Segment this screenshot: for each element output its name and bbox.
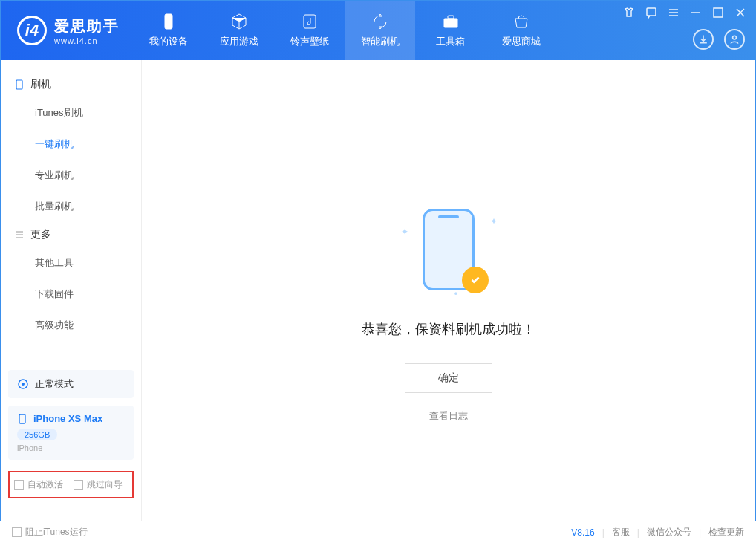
- store-icon: [512, 13, 530, 30]
- sidebar-item-batch-flash[interactable]: 批量刷机: [1, 191, 141, 222]
- cube-icon: [230, 13, 248, 30]
- music-icon: [301, 13, 319, 30]
- sparkle-icon: ✦: [490, 216, 498, 227]
- window-controls: [623, 7, 746, 19]
- checkbox-icon: [12, 527, 22, 537]
- checkbox-block-itunes[interactable]: 阻止iTunes运行: [12, 526, 88, 539]
- tab-label: 智能刷机: [361, 35, 400, 48]
- main-content: ✦ ✦ • 恭喜您，保资料刷机成功啦！ 确定 查看日志: [142, 60, 755, 521]
- sidebar: 刷机 iTunes刷机 一键刷机 专业刷机 批量刷机 更多 其他工具 下载固件 …: [1, 60, 142, 521]
- menu-icon[interactable]: [668, 7, 680, 19]
- svg-rect-3: [448, 16, 454, 19]
- user-icon[interactable]: [724, 29, 745, 50]
- checkbox-skip-guide[interactable]: 跳过向导: [74, 478, 123, 491]
- success-message: 恭喜您，保资料刷机成功啦！: [362, 320, 535, 338]
- svg-rect-5: [714, 8, 723, 17]
- sparkle-icon: •: [454, 289, 457, 299]
- confirm-button[interactable]: 确定: [405, 363, 492, 393]
- view-log-link[interactable]: 查看日志: [429, 409, 468, 423]
- sidebar-section-more: 更多: [1, 222, 141, 247]
- tab-apps[interactable]: 应用游戏: [203, 1, 274, 60]
- checkbox-auto-activate[interactable]: 自动激活: [14, 478, 63, 491]
- phone-icon: [17, 414, 27, 424]
- tab-toolbox[interactable]: 工具箱: [415, 1, 486, 60]
- mode-icon: [17, 378, 29, 390]
- logo-icon: i4: [17, 16, 47, 45]
- tab-store[interactable]: 爱思商城: [486, 1, 556, 60]
- phone-icon: [14, 79, 25, 90]
- feedback-icon[interactable]: [645, 7, 657, 19]
- checkbox-icon: [14, 480, 24, 490]
- device-panel: 正常模式 iPhone XS Max 256GB iPhone: [8, 370, 134, 460]
- status-bar: 阻止iTunes运行 V8.16 | 客服 | 微信公众号 | 检查更新: [0, 521, 756, 543]
- tab-label: 铃声壁纸: [290, 35, 329, 48]
- header-right-icons: [693, 29, 745, 50]
- checkbox-icon: [74, 480, 83, 490]
- minimize-icon[interactable]: [690, 7, 702, 19]
- logo: i4 爱思助手 www.i4.cn: [1, 16, 133, 45]
- svg-point-6: [733, 36, 737, 39]
- app-header: i4 爱思助手 www.i4.cn 我的设备 应用游戏 铃声壁纸 智能刷机 工具…: [1, 1, 755, 60]
- sidebar-item-advanced[interactable]: 高级功能: [1, 310, 141, 341]
- tab-ringtones[interactable]: 铃声壁纸: [274, 1, 345, 60]
- close-icon[interactable]: [734, 7, 746, 19]
- device-name-text: iPhone XS Max: [33, 413, 102, 424]
- maximize-icon[interactable]: [712, 7, 724, 19]
- wechat-link[interactable]: 微信公众号: [647, 526, 691, 539]
- sidebar-item-download-firmware[interactable]: 下载固件: [1, 279, 141, 310]
- support-link[interactable]: 客服: [612, 526, 630, 539]
- brand-url: www.i4.cn: [54, 36, 120, 45]
- tab-device[interactable]: 我的设备: [133, 1, 203, 60]
- sidebar-item-other-tools[interactable]: 其他工具: [1, 247, 141, 279]
- sidebar-section-flash: 刷机: [1, 72, 141, 97]
- device-icon: [160, 13, 177, 30]
- svg-rect-0: [165, 14, 172, 29]
- tab-label: 工具箱: [436, 35, 465, 48]
- sidebar-item-pro-flash[interactable]: 专业刷机: [1, 160, 141, 191]
- check-update-link[interactable]: 检查更新: [708, 526, 744, 539]
- device-type: iPhone: [17, 443, 125, 452]
- device-storage: 256GB: [17, 429, 57, 440]
- toolbox-icon: [442, 13, 460, 30]
- svg-rect-10: [19, 414, 25, 423]
- sidebar-item-itunes-flash[interactable]: iTunes刷机: [1, 97, 141, 129]
- highlighted-options: 自动激活 跳过向导: [8, 471, 134, 498]
- list-icon: [14, 230, 25, 240]
- device-mode[interactable]: 正常模式: [8, 370, 134, 398]
- sparkle-icon: ✦: [401, 227, 408, 237]
- refresh-icon: [371, 13, 389, 30]
- tab-label: 应用游戏: [220, 35, 258, 48]
- sidebar-item-oneclick-flash[interactable]: 一键刷机: [1, 129, 141, 160]
- tab-flash[interactable]: 智能刷机: [345, 1, 415, 60]
- svg-rect-2: [444, 19, 457, 27]
- version-label: V8.16: [571, 527, 594, 538]
- svg-rect-4: [647, 8, 656, 16]
- brand-name: 爱思助手: [54, 16, 120, 36]
- device-info[interactable]: iPhone XS Max 256GB iPhone: [8, 406, 134, 460]
- main-tabs: 我的设备 应用游戏 铃声壁纸 智能刷机 工具箱 爱思商城: [133, 1, 556, 60]
- svg-rect-1: [304, 15, 316, 28]
- svg-point-9: [22, 383, 25, 386]
- check-badge-icon: [462, 267, 489, 293]
- tshirt-icon[interactable]: [623, 7, 635, 19]
- tab-label: 我的设备: [149, 35, 188, 48]
- download-icon[interactable]: [693, 29, 714, 50]
- tab-label: 爱思商城: [502, 35, 541, 48]
- success-illustration: ✦ ✦ •: [404, 209, 493, 298]
- svg-rect-7: [16, 80, 22, 89]
